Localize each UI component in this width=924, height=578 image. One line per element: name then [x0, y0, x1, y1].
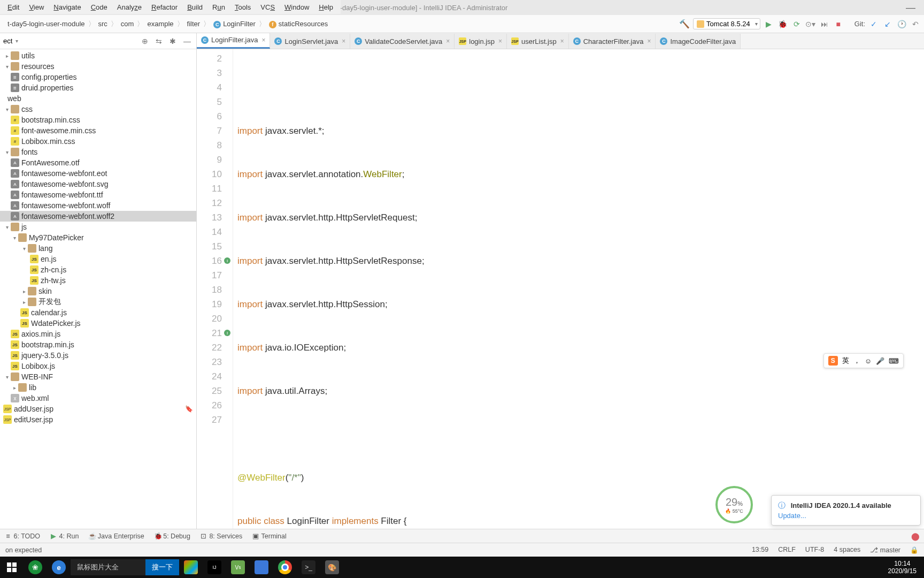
git-branch[interactable]: master: [870, 546, 900, 554]
start-button[interactable]: [0, 557, 24, 578]
error-indicator-icon[interactable]: ⬤: [911, 532, 920, 541]
run-icon[interactable]: ▶: [764, 20, 774, 28]
tree-fa-ttf[interactable]: fontawesome-webfont.ttf: [21, 191, 103, 199]
settings-icon[interactable]: ✱: [167, 37, 178, 45]
tool-services[interactable]: ⊡ 8: Services: [200, 532, 242, 540]
menu-view[interactable]: View: [25, 2, 48, 12]
stop-icon[interactable]: ■: [833, 20, 844, 28]
tree-config[interactable]: config.properties: [21, 73, 77, 81]
tool-run[interactable]: ▶ 4: Run: [50, 532, 79, 540]
tool-terminal[interactable]: ▣ Terminal: [252, 532, 287, 540]
tree-axios-js[interactable]: axios.min.js: [21, 330, 60, 338]
tree-webinf[interactable]: WEB-INF: [21, 372, 53, 381]
tab-loginservlet[interactable]: CLoginServlet.java×: [270, 34, 350, 49]
git-commit-icon[interactable]: ↙: [882, 20, 893, 28]
tree-wdate-js[interactable]: WdatePicker.js: [31, 319, 81, 328]
tree-calendar-js[interactable]: calendar.js: [31, 308, 67, 317]
tree-webxml[interactable]: web.xml: [21, 394, 49, 402]
menu-edit[interactable]: Edit: [3, 2, 24, 12]
ime-lang[interactable]: 英: [842, 356, 849, 366]
profile-icon[interactable]: ⊙▾: [805, 20, 816, 28]
tab-imagecode[interactable]: CImageCodeFilter.java: [656, 34, 741, 49]
ime-emoji-icon[interactable]: ☺: [865, 357, 872, 365]
crumb-example[interactable]: example: [143, 18, 178, 30]
tree-devpack[interactable]: 开发包: [38, 297, 61, 307]
app-cmd[interactable]: >_: [297, 557, 320, 578]
tree-bootstrap-css[interactable]: bootstrap.min.css: [21, 116, 80, 124]
tab-loginfilter[interactable]: CLoginFilter.java×: [197, 33, 270, 49]
override-icon[interactable]: I: [224, 257, 230, 264]
gutter[interactable]: 2 3 4 5 6 7 8 9 10 11 12 13 14 15 16I 17…: [197, 49, 233, 529]
menu-navigate[interactable]: Navigate: [49, 2, 85, 12]
ime-toolbar[interactable]: S 英 ， ☺ 🎤 ⌨: [823, 353, 904, 368]
git-history-icon[interactable]: 🕐: [896, 20, 907, 28]
crumb-field[interactable]: fstaticResources: [265, 18, 332, 31]
menu-run[interactable]: Run: [208, 2, 229, 12]
update-notification[interactable]: ⓘ IntelliJ IDEA 2020.1.4 available Updat…: [771, 495, 921, 526]
tree-en-js[interactable]: en.js: [41, 255, 57, 263]
tree-fa-eot[interactable]: fontawesome-webfont.eot: [21, 169, 107, 178]
ime-punct-icon[interactable]: ，: [853, 356, 860, 366]
crumb-class[interactable]: CLoginFilter: [209, 18, 260, 31]
menu-vcs[interactable]: VCS: [256, 2, 279, 12]
sogou-icon[interactable]: S: [828, 356, 838, 366]
tool-todo[interactable]: ≡ 6: TODO: [4, 533, 40, 540]
coverage-icon[interactable]: ⟳: [791, 20, 802, 28]
ime-mic-icon[interactable]: 🎤: [876, 357, 884, 365]
tree-fa-woff2[interactable]: fontawesome-webfont.woff2: [21, 212, 114, 220]
tree-fa-woff[interactable]: fontawesome-webfont.woff: [21, 201, 110, 210]
build-icon[interactable]: 🔨: [679, 19, 690, 29]
app-wps[interactable]: [250, 557, 273, 578]
menu-analyze[interactable]: Analyze: [113, 2, 146, 12]
menu-window[interactable]: Window: [280, 2, 313, 12]
taskbar-search[interactable]: 鼠标图片大全: [71, 559, 145, 575]
collapse-icon[interactable]: —: [181, 37, 193, 45]
crumb-com[interactable]: com: [117, 18, 138, 30]
tab-charfilter[interactable]: CCharacterFilter.java×: [569, 34, 656, 49]
tree-lib[interactable]: lib: [29, 383, 36, 392]
tree-lang[interactable]: lang: [38, 244, 52, 253]
code-lines[interactable]: import javax.servlet.*; import javax.ser…: [233, 49, 924, 529]
app-chrome[interactable]: [273, 557, 297, 578]
expand-icon[interactable]: ⇆: [153, 37, 164, 45]
app-intellij[interactable]: IJ: [203, 557, 226, 578]
tree-jquery-js[interactable]: jquery-3.5.0.js: [21, 351, 68, 360]
run-config-selector[interactable]: Tomcat 8.5.24: [693, 18, 760, 29]
close-icon[interactable]: ×: [261, 36, 265, 44]
tree-my97[interactable]: My97DatePicker: [29, 233, 84, 242]
tree-lobibox-css[interactable]: Lobibox.min.css: [21, 137, 75, 146]
code-editor[interactable]: 2 3 4 5 6 7 8 9 10 11 12 13 14 15 16I 17…: [197, 49, 924, 529]
tree-druid[interactable]: druid.properties: [21, 83, 73, 92]
tree-utils[interactable]: utils: [21, 51, 35, 60]
app-paint[interactable]: 🎨: [320, 557, 344, 578]
performance-gauge[interactable]: 29% 🔥 55°C: [715, 486, 753, 523]
crumb-filter[interactable]: filter: [183, 18, 205, 30]
notif-update-link[interactable]: Update...: [778, 512, 914, 520]
bookmark-icon[interactable]: 🔖: [185, 405, 193, 413]
app-ms[interactable]: [179, 557, 203, 578]
lock-icon[interactable]: 🔒: [910, 546, 919, 554]
window-minimize-icon[interactable]: —: [902, 2, 920, 13]
tree-fa-otf[interactable]: FontAwesome.otf: [21, 158, 80, 167]
line-separator[interactable]: CRLF: [778, 546, 796, 554]
file-encoding[interactable]: UTF-8: [805, 546, 824, 554]
menu-refactor[interactable]: Refactor: [147, 2, 182, 12]
tree-skin[interactable]: skin: [38, 287, 52, 295]
tree-fa-css[interactable]: font-awesome.min.css: [21, 126, 96, 135]
tool-debug[interactable]: 🐞 5: Debug: [154, 532, 190, 540]
menu-help[interactable]: Help: [314, 2, 337, 12]
caret-position[interactable]: 13:59: [752, 546, 768, 554]
tab-validatecode[interactable]: CValidateCodeServlet.java×: [350, 34, 455, 49]
menu-tools[interactable]: Tools: [230, 2, 255, 12]
menu-build[interactable]: Build: [183, 2, 207, 12]
app-vscode[interactable]: Vs: [226, 557, 250, 578]
tab-loginjsp[interactable]: JSPlogin.jsp×: [455, 34, 507, 49]
tree-fonts[interactable]: fonts: [21, 148, 37, 156]
tree-resources[interactable]: resources: [21, 62, 54, 71]
crumb-src[interactable]: src: [94, 18, 112, 30]
debug-icon[interactable]: 🐞: [777, 20, 788, 28]
git-update-icon[interactable]: ✓: [868, 20, 879, 28]
tree-edituser[interactable]: editUser.jsp: [14, 415, 53, 424]
app-360[interactable]: ❀: [24, 557, 47, 578]
tree-fa-svg[interactable]: fontawesome-webfont.svg: [21, 180, 109, 188]
